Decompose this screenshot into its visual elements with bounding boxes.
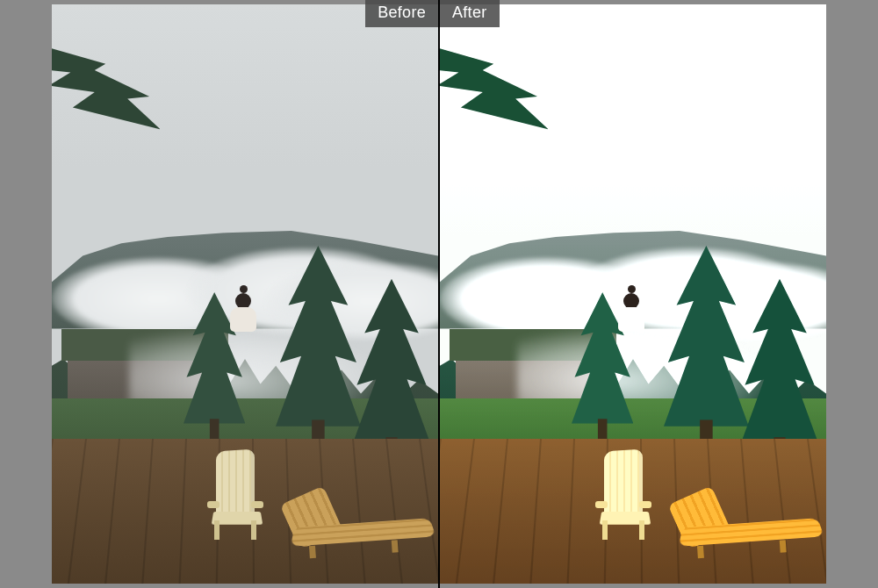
foreground-tree: [664, 236, 749, 468]
seated-person: [614, 289, 649, 329]
before-photo[interactable]: [52, 4, 438, 584]
svg-marker-13: [440, 42, 548, 130]
svg-marker-6: [52, 42, 160, 130]
seated-person: [226, 289, 261, 329]
before-panel: Before: [0, 0, 439, 588]
overhanging-branch: [52, 16, 160, 167]
after-panel: After: [439, 0, 878, 588]
adirondack-chair: [587, 447, 666, 543]
foreground-tree: [276, 236, 361, 468]
before-label: Before: [365, 0, 438, 27]
adirondack-chair: [198, 447, 277, 543]
wooden-lounger: [677, 480, 822, 560]
overhanging-branch: [440, 16, 548, 167]
after-label: After: [440, 0, 500, 27]
svg-marker-9: [741, 278, 818, 442]
svg-marker-0: [276, 246, 361, 427]
wooden-lounger: [289, 480, 434, 560]
before-after-split: Before: [0, 0, 878, 588]
svg-marker-7: [664, 246, 749, 427]
after-photo[interactable]: [440, 4, 826, 584]
svg-marker-2: [353, 278, 430, 442]
